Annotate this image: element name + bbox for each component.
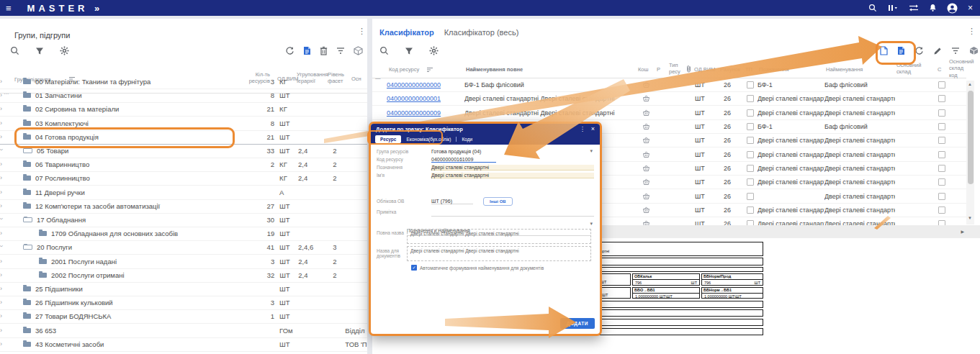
tree-row-selected[interactable]: 04 Готова продукція21ШТ: [0, 130, 367, 145]
tree-row[interactable]: 07 РослинництвоКГ2,42: [0, 171, 367, 186]
chevron-right-icon[interactable]: [0, 119, 9, 127]
tree-row[interactable]: 27 Товари БОДЯНСЬКА1ШТ: [0, 309, 367, 324]
chevron-down-icon[interactable]: ▾: [590, 221, 593, 227]
s-checkbox[interactable]: [938, 95, 945, 102]
chevron-right-icon[interactable]: [0, 285, 9, 292]
chevron-right-icon[interactable]: [0, 202, 9, 209]
table-row[interactable]: 040000000000000БФ-1 Баф флісовийШТ26БФ-1…: [372, 78, 966, 92]
s-checkbox[interactable]: [938, 151, 945, 158]
sort-tune-icon[interactable]: [909, 0, 919, 16]
basket-icon[interactable]: [637, 123, 655, 130]
settings-gear-icon[interactable]: [60, 46, 69, 55]
filter-funnel-icon[interactable]: [35, 47, 44, 55]
tp-checkbox[interactable]: [747, 123, 754, 130]
column-header-code[interactable]: Код ресурсу: [389, 66, 419, 73]
column-header-tp[interactable]: ТП: [745, 66, 752, 73]
column-header-s[interactable]: С: [938, 66, 941, 73]
auto-naming-checkbox[interactable]: ✓: [411, 265, 417, 271]
tree-row[interactable]: 17 Обладнання30ШТ: [0, 212, 367, 227]
chevron-right-icon[interactable]: [0, 271, 9, 278]
chevron-down-icon[interactable]: [0, 243, 9, 250]
s-checkbox[interactable]: [938, 206, 945, 214]
basket-icon[interactable]: [637, 165, 655, 172]
chevron-right-icon[interactable]: [0, 258, 9, 265]
column-header-main-storage-code[interactable]: Основний склад код: [949, 58, 968, 78]
tree-row[interactable]: 02 Сировина та матеріали21КГ: [0, 101, 367, 117]
refresh-icon[interactable]: [285, 46, 295, 55]
column-header-r[interactable]: Р: [657, 66, 660, 73]
column-header-account[interactable]: Рахунок: [720, 66, 743, 73]
chevron-right-icon[interactable]: [0, 160, 9, 168]
filter-lines-icon[interactable]: [336, 47, 345, 55]
chevron-down-icon[interactable]: [0, 216, 9, 223]
refresh-icon[interactable]: [914, 46, 924, 55]
basket-icon[interactable]: [637, 137, 655, 144]
tree-row[interactable]: 06 Тваринництво2КГ2,42: [0, 157, 367, 172]
basket-icon[interactable]: [637, 206, 655, 214]
s-checkbox[interactable]: [938, 220, 945, 226]
tp-checkbox[interactable]: [747, 178, 754, 186]
designation-input[interactable]: Двері сталеві стандартні: [431, 165, 594, 171]
tp-checkbox[interactable]: [747, 137, 754, 144]
chevron-right-icon[interactable]: [0, 105, 9, 112]
tree-row[interactable]: 01 Запчастини8ШТ: [0, 88, 367, 103]
chevron-right-icon[interactable]: [0, 312, 9, 319]
basket-icon[interactable]: [637, 109, 655, 117]
tree-row[interactable]: 11 Дверні ручкиА: [0, 185, 367, 200]
resource-group-select[interactable]: Готова продукція (04): [431, 149, 481, 154]
tree-row[interactable]: 2002 Послуги отримані32ШТ2,42: [0, 268, 367, 283]
basket-icon[interactable]: [637, 151, 655, 158]
note-input[interactable]: [431, 209, 594, 217]
edit-pencil-icon[interactable]: [933, 47, 942, 55]
s-checkbox[interactable]: [938, 123, 945, 130]
other-units-button[interactable]: Інші ОВ: [483, 197, 513, 206]
s-checkbox[interactable]: [938, 165, 945, 172]
tree-row[interactable]: 43 Косметичні засобиШТТОВ 'П: [0, 337, 367, 352]
basket-icon[interactable]: [637, 193, 655, 200]
tree-row[interactable]: 03 Комплектуючі8ШТ: [0, 116, 367, 131]
resource-code-link[interactable]: 040000000000001: [387, 95, 464, 102]
tp-checkbox[interactable]: [747, 206, 754, 214]
tp-checkbox[interactable]: [747, 151, 754, 158]
vertical-scrollbar[interactable]: [966, 81, 974, 224]
table-row[interactable]: 040000000000009Двері сталеві стандартні …: [372, 106, 966, 120]
tab-classifier-all[interactable]: Класифікатор (весь): [444, 28, 519, 37]
resource-code-link[interactable]: 040000000000000: [387, 81, 464, 88]
unit-input[interactable]: ШТ (796): [431, 199, 473, 204]
tree-row[interactable]: 25 ПідшипникиШТ: [0, 281, 367, 296]
basket-icon[interactable]: [637, 95, 655, 102]
chevron-right-icon[interactable]: [0, 91, 9, 99]
filter-lines-icon[interactable]: [951, 47, 960, 55]
add-button[interactable]: ДОДАТИ: [560, 318, 595, 329]
tp-checkbox[interactable]: [747, 95, 754, 102]
search-icon[interactable]: [10, 46, 19, 55]
chevron-down-icon[interactable]: ▾: [590, 148, 593, 154]
tp-checkbox[interactable]: [747, 220, 754, 226]
chevron-right-icon[interactable]: [0, 174, 9, 181]
doc-name-textarea[interactable]: Двері сталеві стандартні Двері сталеві с…: [407, 246, 591, 261]
tab-classifier[interactable]: Класифікатор: [379, 28, 434, 37]
column-header-basket[interactable]: Кош: [638, 66, 649, 73]
sort-icon[interactable]: [426, 67, 433, 73]
delete-trash-icon[interactable]: [320, 46, 328, 55]
tab-resource[interactable]: Ресурс: [375, 135, 401, 143]
add-resource-icon[interactable]: [880, 46, 888, 55]
full-name-textarea[interactable]: Двері сталеві стандартні Двері сталеві с…: [407, 229, 591, 244]
hamburger-menu-icon[interactable]: ≡: [6, 3, 12, 14]
notifications-bell-icon[interactable]: [929, 0, 937, 16]
left-panel-menu-icon[interactable]: ⋮: [358, 27, 366, 36]
settings-gear-icon[interactable]: [429, 46, 439, 55]
tree-row[interactable]: 12 Комп'ютери та засоби автоматизації27Ш…: [0, 199, 367, 214]
tab-economy[interactable]: Економіка(бух.облік): [406, 137, 451, 142]
package-cube-icon[interactable]: [354, 46, 363, 55]
search-icon[interactable]: [868, 0, 877, 16]
column-header-name[interactable]: Найменування: [826, 66, 863, 73]
column-header-unit[interactable]: ОД.ВИМ: [694, 66, 715, 73]
right-panel-menu-icon[interactable]: ⋮: [968, 27, 976, 36]
scroll-right-icon[interactable]: [961, 229, 964, 234]
search-icon[interactable]: [379, 46, 389, 55]
package-cube-icon[interactable]: [969, 46, 979, 55]
chevron-right-icon[interactable]: [0, 340, 9, 348]
tree-row[interactable]: 20 Послуги41ШТ2,4,63: [0, 240, 367, 255]
tree-row[interactable]: 05 Товари33ШТ2,42: [0, 143, 367, 158]
